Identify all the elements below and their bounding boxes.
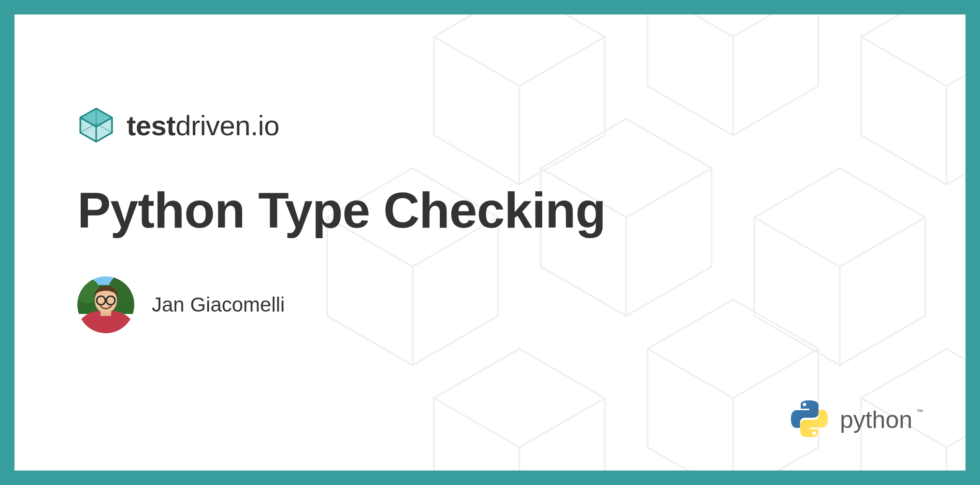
svg-marker-14 [434,349,605,471]
content-area: testdriven.io Python Type Checking [77,106,903,333]
svg-point-44 [813,431,816,435]
author-avatar [77,276,134,333]
svg-point-43 [803,403,806,406]
author: Jan Giacomelli [77,276,903,333]
outer-frame: testdriven.io Python Type Checking [0,0,980,485]
tech-name: python ™ [840,406,912,434]
testdriven-logo-icon [77,106,115,144]
brand-name-rest: driven.io [175,110,279,141]
python-logo-icon [789,398,830,442]
brand-name-bold: test [127,110,175,141]
tech-name-text: python [840,406,912,433]
trademark-symbol: ™ [916,408,923,415]
author-name: Jan Giacomelli [152,293,285,316]
tech-badge: python ™ [789,398,912,442]
brand: testdriven.io [77,106,903,144]
page-title: Python Type Checking [77,183,903,238]
card: testdriven.io Python Type Checking [14,14,966,471]
brand-name: testdriven.io [127,109,279,142]
